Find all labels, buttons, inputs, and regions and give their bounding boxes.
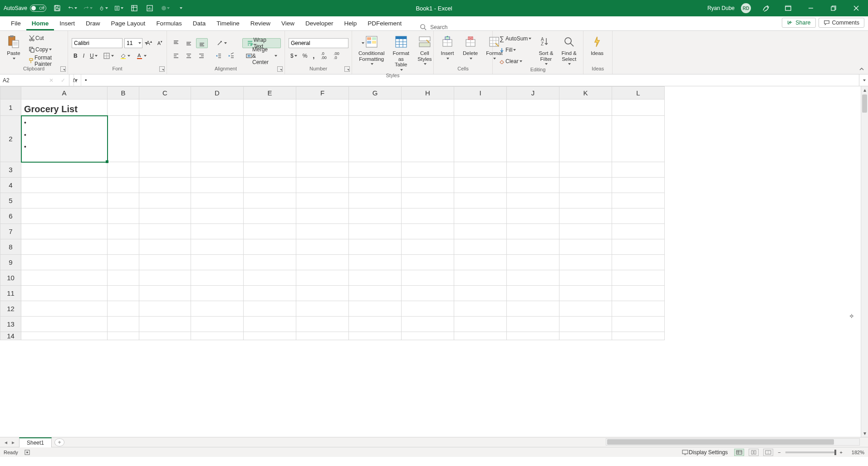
align-top-button[interactable] xyxy=(171,38,181,48)
zoom-level[interactable]: 182% xyxy=(847,450,864,455)
cell-J1[interactable] xyxy=(507,99,559,116)
decrease-decimal-button[interactable]: .00.0 xyxy=(331,51,342,61)
row-header-6[interactable]: 6 xyxy=(0,208,21,224)
cell-A7[interactable] xyxy=(21,224,108,239)
row-header-1[interactable]: 1 xyxy=(0,99,21,116)
cell-J9[interactable] xyxy=(507,255,559,270)
decrease-indent-button[interactable] xyxy=(213,51,224,61)
cell-I1[interactable] xyxy=(454,99,507,116)
zoom-out-button[interactable]: − xyxy=(778,450,780,455)
cell-A2[interactable]: • • • xyxy=(21,116,108,162)
tab-view[interactable]: View xyxy=(276,17,300,30)
cell-F11[interactable] xyxy=(296,286,349,301)
cell-J8[interactable] xyxy=(507,239,559,255)
cell-L1[interactable] xyxy=(612,99,665,116)
vertical-scrollbar[interactable]: ▴ ▾ xyxy=(861,86,868,437)
percent-button[interactable]: % xyxy=(301,51,309,61)
cell-L12[interactable] xyxy=(612,301,665,317)
orientation-button[interactable] xyxy=(214,38,229,48)
cell-E6[interactable] xyxy=(244,208,296,224)
cell-D14[interactable] xyxy=(191,332,244,340)
tab-pdfelement[interactable]: PDFelement xyxy=(362,17,407,30)
cell-C10[interactable] xyxy=(139,270,191,286)
cell-E7[interactable] xyxy=(244,224,296,239)
tab-page-layout[interactable]: Page Layout xyxy=(106,17,151,30)
alignment-launcher[interactable] xyxy=(277,66,283,72)
cell-B3[interactable] xyxy=(108,162,139,178)
row-header-12[interactable]: 12 xyxy=(0,301,21,317)
cell-G14[interactable] xyxy=(349,332,402,340)
cell-C5[interactable] xyxy=(139,193,191,208)
cell-F7[interactable] xyxy=(296,224,349,239)
cell-K8[interactable] xyxy=(559,239,612,255)
cell-C8[interactable] xyxy=(139,239,191,255)
tab-draw[interactable]: Draw xyxy=(80,17,106,30)
cell-C6[interactable] xyxy=(139,208,191,224)
tab-data[interactable]: Data xyxy=(187,17,211,30)
cell-A4[interactable] xyxy=(21,178,108,193)
cell-E4[interactable] xyxy=(244,178,296,193)
spreadsheet-grid[interactable]: ABCDEFGHIJKL 1Grocery List2• • •34567891… xyxy=(0,86,665,340)
comma-style-button[interactable]: , xyxy=(311,51,316,61)
clear-button[interactable]: Clear xyxy=(496,56,533,66)
cell-K7[interactable] xyxy=(559,224,612,239)
align-bottom-button[interactable] xyxy=(196,38,208,48)
cell-I10[interactable] xyxy=(454,270,507,286)
underline-button[interactable]: U xyxy=(88,51,99,61)
cell-K6[interactable] xyxy=(559,208,612,224)
cell-L7[interactable] xyxy=(612,224,665,239)
tab-timeline[interactable]: Timeline xyxy=(211,17,245,30)
cell-H3[interactable] xyxy=(402,162,454,178)
cell-L4[interactable] xyxy=(612,178,665,193)
cell-I5[interactable] xyxy=(454,193,507,208)
cell-E3[interactable] xyxy=(244,162,296,178)
font-color-button[interactable]: A xyxy=(134,51,148,61)
cell-F2[interactable] xyxy=(296,116,349,162)
cell-K5[interactable] xyxy=(559,193,612,208)
cell-A12[interactable] xyxy=(21,301,108,317)
cell-B13[interactable] xyxy=(108,317,139,332)
cell-E11[interactable] xyxy=(244,286,296,301)
cell-I9[interactable] xyxy=(454,255,507,270)
cell-B5[interactable] xyxy=(108,193,139,208)
row-header-5[interactable]: 5 xyxy=(0,193,21,208)
cell-B7[interactable] xyxy=(108,224,139,239)
touch-mode-icon[interactable] xyxy=(99,4,108,13)
cell-D7[interactable] xyxy=(191,224,244,239)
cell-L14[interactable] xyxy=(612,332,665,340)
cell-F8[interactable] xyxy=(296,239,349,255)
cell-F4[interactable] xyxy=(296,178,349,193)
cell-G11[interactable] xyxy=(349,286,402,301)
cell-B4[interactable] xyxy=(108,178,139,193)
cell-I4[interactable] xyxy=(454,178,507,193)
minimize-button[interactable] xyxy=(803,2,819,15)
cell-J14[interactable] xyxy=(507,332,559,340)
cell-I11[interactable] xyxy=(454,286,507,301)
align-left-button[interactable] xyxy=(171,51,181,61)
italic-button[interactable]: I xyxy=(81,51,86,61)
cell-H9[interactable] xyxy=(402,255,454,270)
cell-H1[interactable] xyxy=(402,99,454,116)
cell-A14[interactable] xyxy=(21,332,108,340)
cell-H12[interactable] xyxy=(402,301,454,317)
font-launcher[interactable] xyxy=(159,66,165,72)
cell-D10[interactable] xyxy=(191,270,244,286)
row-header-7[interactable]: 7 xyxy=(0,224,21,239)
cell-A3[interactable] xyxy=(21,162,108,178)
row-header-13[interactable]: 13 xyxy=(0,317,21,332)
cell-G9[interactable] xyxy=(349,255,402,270)
cell-H14[interactable] xyxy=(402,332,454,340)
cell-L6[interactable] xyxy=(612,208,665,224)
cell-E8[interactable] xyxy=(244,239,296,255)
cell-D12[interactable] xyxy=(191,301,244,317)
copy-button[interactable]: Copy xyxy=(26,45,64,55)
cell-J3[interactable] xyxy=(507,162,559,178)
cell-B12[interactable] xyxy=(108,301,139,317)
ideas-button[interactable]: Ideas xyxy=(587,33,607,66)
column-header-G[interactable]: G xyxy=(349,87,402,99)
column-header-B[interactable]: B xyxy=(108,87,139,99)
cell-B14[interactable] xyxy=(108,332,139,340)
sheet-nav-prev[interactable]: ◂ xyxy=(3,439,9,446)
cell-D9[interactable] xyxy=(191,255,244,270)
tab-home[interactable]: Home xyxy=(26,17,54,30)
